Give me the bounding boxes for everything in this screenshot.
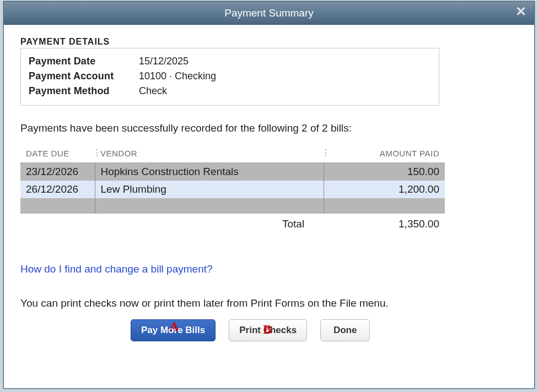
table-row-empty bbox=[20, 198, 445, 214]
payment-date-label: Payment Date bbox=[29, 56, 139, 67]
header-vendor: VENDOR bbox=[95, 144, 324, 163]
total-value: 1,350.00 bbox=[326, 218, 445, 230]
payment-method-label: Payment Method bbox=[29, 85, 139, 97]
close-icon[interactable]: ✕ bbox=[514, 5, 528, 18]
table-row: 23/12/2026 Hopkins Construction Rentals … bbox=[20, 163, 445, 181]
bills-table: DATE DUE VENDOR AMOUNT PAID 23/12/2026 H… bbox=[20, 144, 445, 214]
cell-amount-paid: 1,200.00 bbox=[324, 181, 445, 198]
window-title: Payment Summary bbox=[224, 7, 314, 19]
payment-date-row: Payment Date 15/12/2025 bbox=[29, 54, 431, 69]
payment-summary-dialog: Payment Summary ✕ PAYMENT DETAILS Paymen… bbox=[3, 1, 535, 389]
success-message: Payments have been successfully recorded… bbox=[20, 122, 518, 134]
annotation-b: B bbox=[263, 322, 272, 337]
done-button[interactable]: Done bbox=[320, 319, 370, 341]
payment-method-row: Payment Method Check bbox=[29, 84, 431, 99]
table-row: 26/12/2026 Lew Plumbing 1,200.00 bbox=[20, 181, 445, 198]
dialog-body: PAYMENT DETAILS Payment Date 15/12/2025 … bbox=[4, 25, 534, 388]
print-hint: You can print checks now or print them l… bbox=[20, 297, 518, 309]
payment-account-row: Payment Account 10100 · Checking bbox=[29, 69, 431, 84]
payment-account-value: 10100 · Checking bbox=[139, 70, 216, 82]
total-label: Total bbox=[282, 218, 326, 230]
cell-date-due: 23/12/2026 bbox=[20, 163, 95, 181]
cell-vendor: Hopkins Construction Rentals bbox=[95, 163, 324, 181]
payment-date-value: 15/12/2025 bbox=[139, 56, 189, 67]
payment-details-heading: PAYMENT DETAILS bbox=[20, 37, 518, 47]
payment-account-label: Payment Account bbox=[29, 70, 139, 82]
header-date-due: DATE DUE bbox=[20, 144, 95, 163]
payment-method-value: Check bbox=[139, 85, 167, 97]
payment-details-box: Payment Date 15/12/2025 Payment Account … bbox=[20, 48, 439, 106]
cell-amount-paid: 150.00 bbox=[324, 163, 445, 181]
titlebar: Payment Summary ✕ bbox=[4, 2, 534, 25]
annotation-a: A bbox=[169, 319, 179, 334]
cell-vendor: Lew Plumbing bbox=[95, 181, 324, 198]
bills-table-header-row: DATE DUE VENDOR AMOUNT PAID bbox=[20, 144, 445, 163]
help-link[interactable]: How do I find and change a bill payment? bbox=[20, 263, 518, 275]
header-amount-paid: AMOUNT PAID bbox=[324, 144, 445, 163]
total-row: Total 1,350.00 bbox=[20, 214, 445, 230]
cell-date-due: 26/12/2026 bbox=[20, 181, 95, 198]
